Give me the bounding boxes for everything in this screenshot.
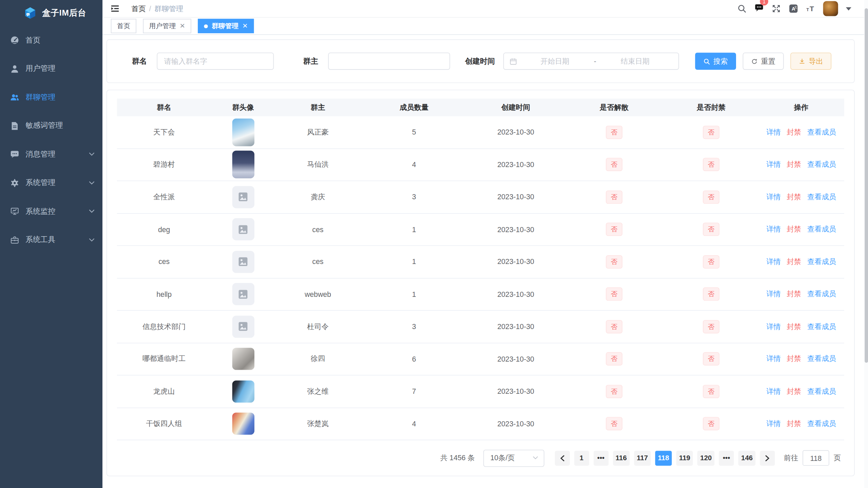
search-icon: [703, 58, 710, 65]
page-scrollbar[interactable]: [864, 0, 868, 488]
table-row: 碧游村 马仙洪 4 2023-10-30 否 否 详情 封禁 查看成员: [117, 149, 844, 181]
banned-badge: 否: [703, 352, 719, 366]
dissolved-badge: 否: [606, 417, 622, 430]
breadcrumb: 首页 / 群聊管理: [131, 4, 183, 14]
view-members-link[interactable]: 查看成员: [807, 224, 836, 234]
view-members-link[interactable]: 查看成员: [807, 160, 836, 169]
next-page-button[interactable]: [760, 450, 775, 465]
view-members-link[interactable]: 查看成员: [807, 127, 836, 137]
sidebar-item-messages[interactable]: 消息管理: [0, 140, 102, 168]
page-button-120[interactable]: 120: [697, 450, 714, 465]
tab-label: 首页: [117, 21, 130, 31]
translate-icon[interactable]: A 文: [789, 4, 798, 13]
group-avatar-placeholder: [232, 283, 254, 305]
sidebar-item-home[interactable]: 首页: [0, 26, 102, 55]
ban-link[interactable]: 封禁: [787, 160, 801, 169]
page-button-119[interactable]: 119: [676, 450, 693, 465]
group-owner: 杜司令: [275, 322, 361, 331]
page-button-116[interactable]: 116: [613, 450, 630, 465]
goto-page-input[interactable]: [803, 450, 829, 466]
date-range-picker[interactable]: 开始日期 - 结束日期: [503, 53, 679, 70]
sidebar-item-system-monitor[interactable]: 系统监控: [0, 197, 102, 226]
page-size-select[interactable]: 10条/页: [483, 449, 544, 467]
sidebar-item-label: 群聊管理: [25, 92, 55, 102]
detail-link[interactable]: 详情: [766, 257, 780, 267]
ban-link[interactable]: 封禁: [787, 224, 801, 234]
page-button-118-active[interactable]: 118: [655, 450, 672, 465]
reset-button[interactable]: 重置: [743, 53, 784, 70]
group-owner-input[interactable]: [328, 53, 450, 70]
ban-link[interactable]: 封禁: [787, 192, 801, 202]
detail-link[interactable]: 详情: [766, 224, 780, 234]
tab-user-management[interactable]: 用户管理 ✕: [143, 19, 191, 33]
tab-home[interactable]: 首页: [111, 19, 136, 33]
view-members-link[interactable]: 查看成员: [807, 386, 836, 396]
page-button-146[interactable]: 146: [738, 450, 755, 465]
view-members-link[interactable]: 查看成员: [807, 257, 836, 267]
messages-button[interactable]: 1: [754, 3, 764, 14]
view-members-link[interactable]: 查看成员: [807, 322, 836, 331]
fullscreen-icon[interactable]: [772, 4, 781, 13]
sidebar-item-system-tools[interactable]: 系统工具: [0, 226, 102, 254]
sidebar-item-users[interactable]: 用户管理: [0, 55, 102, 83]
topbar: 首页 / 群聊管理 1: [102, 0, 868, 18]
pager-ellipsis[interactable]: •••: [593, 450, 608, 465]
avatar-caret-icon[interactable]: [846, 7, 851, 10]
group-users-icon: [10, 93, 19, 102]
banned-badge: 否: [703, 158, 719, 171]
page-button-1[interactable]: 1: [574, 450, 589, 465]
banned-badge: 否: [703, 320, 719, 333]
detail-link[interactable]: 详情: [766, 386, 780, 396]
group-name-input[interactable]: [157, 53, 274, 70]
logo-cube-icon: [24, 7, 37, 20]
detail-link[interactable]: 详情: [766, 160, 780, 169]
chat-bubble-icon: [10, 150, 19, 159]
col-group-avatar: 群头像: [211, 102, 275, 112]
breadcrumb-home[interactable]: 首页: [131, 4, 146, 14]
search-icon[interactable]: [737, 4, 747, 13]
ban-link[interactable]: 封禁: [787, 386, 801, 396]
sidebar-item-system-management[interactable]: 系统管理: [0, 169, 102, 197]
group-avatar-image: [232, 348, 254, 370]
close-icon[interactable]: ✕: [179, 23, 185, 29]
ban-link[interactable]: 封禁: [787, 127, 801, 137]
ban-link[interactable]: 封禁: [787, 419, 801, 429]
table-row: ces ces 1 2023-10-30 否: [117, 246, 844, 279]
table-row: deg ces 1 2023-10-30 否: [117, 214, 844, 246]
tab-group-management[interactable]: 群聊管理 ✕: [198, 19, 254, 33]
export-button[interactable]: 导出: [790, 53, 831, 70]
view-members-link[interactable]: 查看成员: [807, 192, 836, 202]
sidebar-collapse-icon[interactable]: [110, 4, 120, 13]
ban-link[interactable]: 封禁: [787, 322, 801, 331]
goto-unit: 页: [834, 453, 841, 463]
sidebar-item-sensitive-words[interactable]: 敏感词管理: [0, 111, 102, 140]
detail-link[interactable]: 详情: [766, 354, 780, 364]
member-count: 7: [361, 387, 467, 396]
prev-page-button[interactable]: [555, 450, 570, 465]
col-member-count: 成员数量: [361, 102, 467, 112]
group-name: 碧游村: [117, 160, 211, 169]
ban-link[interactable]: 封禁: [787, 257, 801, 267]
ban-link[interactable]: 封禁: [787, 354, 801, 364]
total-count: 共 1456 条: [440, 453, 475, 463]
view-members-link[interactable]: 查看成员: [807, 354, 836, 364]
detail-link[interactable]: 详情: [766, 127, 780, 137]
view-members-link[interactable]: 查看成员: [807, 289, 836, 299]
user-avatar[interactable]: [823, 1, 838, 16]
detail-link[interactable]: 详情: [766, 289, 780, 299]
sidebar-item-label: 用户管理: [25, 64, 55, 74]
view-members-link[interactable]: 查看成员: [807, 419, 836, 429]
page-button-117[interactable]: 117: [634, 450, 651, 465]
ban-link[interactable]: 封禁: [787, 289, 801, 299]
detail-link[interactable]: 详情: [766, 322, 780, 331]
scrollbar-thumb[interactable]: [864, 8, 868, 363]
close-icon[interactable]: ✕: [242, 23, 248, 29]
detail-link[interactable]: 详情: [766, 192, 780, 202]
detail-link[interactable]: 详情: [766, 419, 780, 429]
font-size-icon[interactable]: T T: [806, 4, 815, 13]
group-avatar-image: [232, 118, 254, 146]
search-button[interactable]: 搜索: [695, 53, 736, 70]
pager-ellipsis[interactable]: •••: [719, 450, 734, 465]
sidebar-item-groups[interactable]: 群聊管理: [0, 83, 102, 111]
group-avatar-image: [232, 380, 254, 402]
